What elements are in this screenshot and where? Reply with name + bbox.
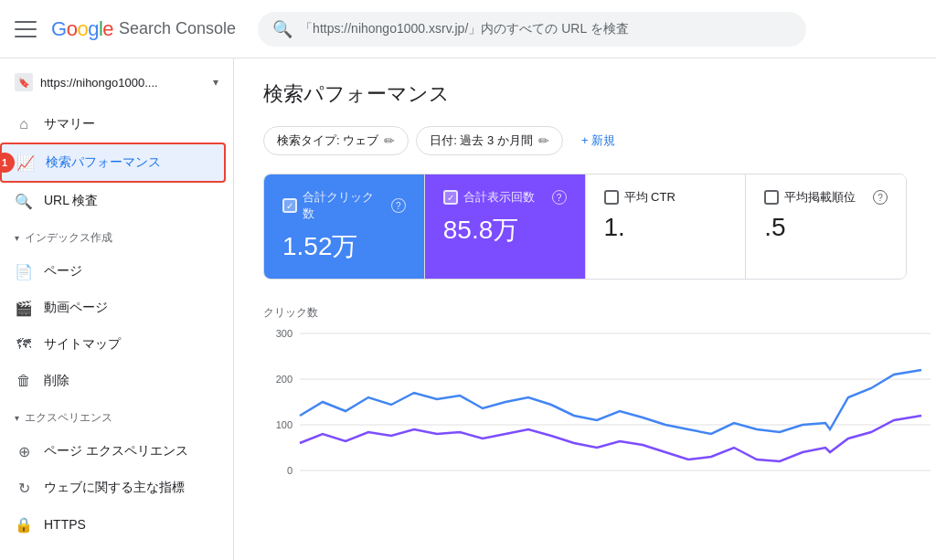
metric-value-clicks: 1.52万 [282, 229, 406, 264]
sidebar-item-label: 動画ページ [44, 300, 108, 316]
global-search-bar[interactable]: 🔍 「https://nihongo1000.xsrv.jp/」内のすべての U… [258, 12, 806, 47]
metric-checkbox-clicks[interactable] [282, 198, 297, 213]
metric-card-impressions: 合計表示回数 ? 85.8万 [425, 174, 586, 279]
sidebar-item-pages[interactable]: 📄 ページ [0, 253, 226, 290]
metric-value-position: .5 [764, 213, 888, 242]
sidebar-item-summary[interactable]: ⌂ サマリー [0, 106, 226, 143]
edit-icon: ✏ [384, 133, 395, 148]
search-placeholder-text: 「https://nihongo1000.xsrv.jp/」内のすべての URL… [300, 21, 628, 37]
page-icon: 📄 [15, 262, 33, 280]
badge-1: 1 [0, 153, 15, 173]
add-filter-button[interactable]: + 新規 [570, 127, 626, 154]
edit-icon: ✏ [538, 133, 549, 148]
sidebar-item-label: ページ エクスペリエンス [44, 443, 188, 460]
sitemap-icon: 🗺 [15, 335, 33, 354]
metric-value-impressions: 85.8万 [443, 213, 567, 248]
section-label-index: インデックス作成 [0, 223, 233, 249]
sidebar-item-label: URL 検査 [44, 193, 98, 209]
chart-container: クリック数 300 200 100 0 [263, 298, 907, 517]
add-filter-label: + 新規 [581, 132, 615, 149]
help-icon-position[interactable]: ? [873, 190, 888, 205]
filter-bar: 検索タイプ: ウェブ ✏ 日付: 過去 3 か月間 ✏ + 新規 [263, 126, 907, 155]
search-icon: 🔍 [272, 19, 292, 39]
site-favicon: 🔖 [15, 73, 33, 91]
search-icon: 🔍 [15, 192, 33, 210]
site-url: https://nihongo1000.... [40, 76, 206, 90]
metric-card-position: 平均掲載順位 ? .5 [746, 174, 906, 279]
chevron-down-icon: ▾ [213, 76, 218, 89]
home-icon: ⌂ [15, 115, 33, 133]
metric-checkbox-impressions[interactable] [443, 190, 458, 205]
sidebar-item-sitemap[interactable]: 🗺 サイトマップ [0, 326, 226, 363]
sidebar-item-label: HTTPS [44, 517, 86, 532]
index-section: 📄 ページ 🎬 動画ページ 🗺 サイトマップ 🗑 削除 [0, 249, 233, 403]
section-label-experience: エクスペリエンス [0, 403, 233, 429]
chart-icon: 📈 [16, 153, 35, 172]
layout: 🔖 https://nihongo1000.... ▾ ⌂ サマリー 1 📈 検… [0, 58, 936, 560]
filter-label: 日付: 過去 3 か月間 [430, 132, 533, 149]
help-icon-impressions[interactable]: ? [552, 190, 567, 205]
sidebar-item-page-experience[interactable]: ⊕ ページ エクスペリエンス [0, 433, 226, 470]
sidebar-item-label: サイトマップ [44, 336, 121, 353]
site-selector[interactable]: 🔖 https://nihongo1000.... ▾ [0, 66, 233, 102]
sidebar-item-video-pages[interactable]: 🎬 動画ページ [0, 290, 226, 326]
sidebar-item-removal[interactable]: 🗑 削除 [0, 363, 226, 399]
metric-checkbox-ctr[interactable] [604, 190, 619, 205]
sidebar-item-label: 削除 [44, 373, 69, 389]
metric-value-ctr: 1. [604, 213, 728, 242]
vitals-icon: ↻ [15, 479, 33, 497]
sidebar-item-label: ウェブに関する主な指標 [44, 480, 185, 496]
metric-label-clicks: 合計クリック数 ? [282, 189, 406, 222]
metric-label-impressions: 合計表示回数 ? [443, 189, 567, 206]
sidebar-item-web-vitals[interactable]: ↻ ウェブに関する主な指標 [0, 470, 226, 506]
metric-card-ctr: 平均 CTR 1. [586, 174, 747, 279]
svg-text:0: 0 [287, 465, 292, 476]
delete-icon: 🗑 [15, 372, 33, 390]
main-nav: ⌂ サマリー 1 📈 検索パフォーマンス 🔍 URL 検査 [0, 102, 233, 223]
logo: Google Search Console [51, 17, 236, 41]
experience-icon: ⊕ [15, 442, 33, 460]
metric-label-ctr: 平均 CTR [604, 189, 728, 206]
sidebar-item-label: サマリー [44, 116, 95, 132]
sidebar-item-https[interactable]: 🔒 HTTPS [0, 506, 226, 543]
filter-date[interactable]: 日付: 過去 3 か月間 ✏ [416, 126, 563, 155]
metric-label-position: 平均掲載順位 ? [764, 189, 888, 206]
header: Google Search Console 🔍 「https://nihongo… [0, 0, 936, 58]
filter-label: 検索タイプ: ウェブ [277, 132, 378, 149]
sidebar-item-url-inspection[interactable]: 🔍 URL 検査 [0, 183, 226, 219]
metrics-row: 合計クリック数 ? 1.52万 合計表示回数 ? 85.8万 平均 CTR [263, 174, 907, 280]
svg-text:300: 300 [276, 328, 292, 339]
metric-card-clicks: 合計クリック数 ? 1.52万 [264, 174, 425, 279]
svg-text:200: 200 [276, 374, 292, 385]
sidebar-item-search-performance[interactable]: 1 📈 検索パフォーマンス [0, 143, 226, 183]
app-title: Search Console [119, 19, 236, 38]
lock-icon: 🔒 [15, 515, 33, 534]
sidebar: 🔖 https://nihongo1000.... ▾ ⌂ サマリー 1 📈 検… [0, 58, 234, 560]
sidebar-item-label: ページ [44, 263, 82, 280]
page-title: 検索パフォーマンス [263, 80, 907, 108]
chart-svg: 300 200 100 0 [263, 324, 907, 510]
video-icon: 🎬 [15, 299, 33, 317]
help-icon-clicks[interactable]: ? [391, 198, 406, 213]
chart-y-label: クリック数 [263, 305, 907, 321]
experience-section: ⊕ ページ エクスペリエンス ↻ ウェブに関する主な指標 🔒 HTTPS [0, 429, 233, 546]
menu-icon[interactable] [15, 18, 37, 40]
svg-text:100: 100 [276, 419, 292, 430]
filter-search-type[interactable]: 検索タイプ: ウェブ ✏ [263, 126, 409, 155]
sidebar-item-label: 検索パフォーマンス [46, 154, 161, 171]
metric-checkbox-position[interactable] [764, 190, 779, 205]
main-content: 検索パフォーマンス 検索タイプ: ウェブ ✏ 日付: 過去 3 か月間 ✏ + … [234, 58, 936, 560]
